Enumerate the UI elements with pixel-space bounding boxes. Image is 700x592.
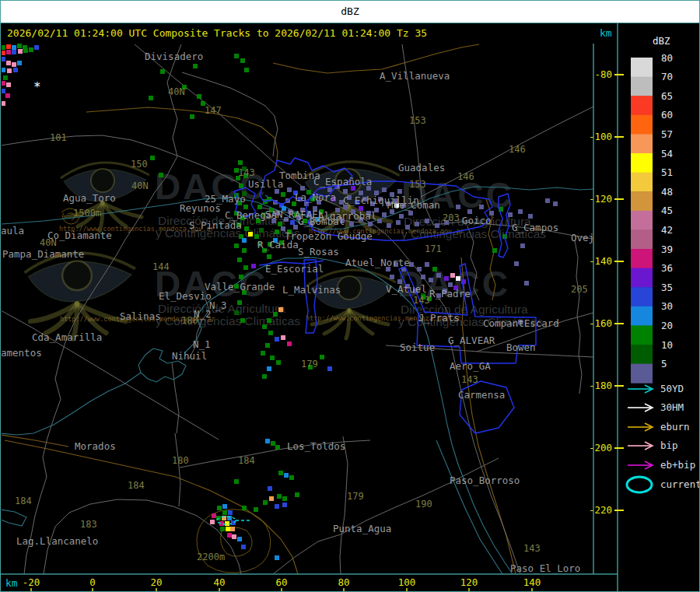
radar-cell: [29, 47, 33, 52]
radar-map-canvas[interactable]: DACCDirección de Agriculturay Contingenc…: [1, 1, 700, 592]
radar-cell: [248, 232, 253, 236]
map-place-label: Bowen: [506, 342, 536, 353]
radar-cell: [242, 506, 247, 510]
map-place-label: Mte_Coman: [387, 199, 440, 211]
radar-cell: [149, 96, 153, 100]
x-axis-tick-label: 120: [460, 576, 478, 588]
radar-cell: [265, 343, 270, 348]
radar-cell: [405, 225, 410, 229]
radar-cell: [210, 520, 215, 524]
radar-cell: [240, 318, 245, 323]
y-axis-tick: [614, 447, 624, 449]
road-gray: [340, 436, 348, 574]
radar-cell: [265, 439, 270, 443]
x-axis-tick-label: 60: [275, 576, 287, 588]
road-number-label: 153: [409, 179, 426, 190]
legend-item-label: eburn: [660, 421, 690, 433]
radar-cell: [230, 527, 235, 531]
radar-cell: [268, 331, 273, 335]
map-layer: DACCDirección de Agriculturay Contingenc…: [1, 44, 600, 574]
road-gray: [172, 363, 179, 433]
y-axis-tick-label: -100: [589, 131, 612, 142]
scale-swatch: [631, 191, 653, 211]
road-number-label: 184: [128, 480, 145, 491]
scale-value-label: 30: [661, 300, 673, 312]
radar-cell: [7, 68, 12, 73]
map-place-label: R_Padre: [429, 288, 471, 300]
road-number-label: 146: [509, 144, 526, 155]
radar-cell: [1, 51, 5, 55]
radar-cell: [228, 510, 233, 515]
scale-swatch: [631, 268, 653, 288]
road-number-label: 184: [238, 455, 255, 466]
radar-cell: [278, 307, 283, 312]
y-axis-tick: [614, 385, 624, 387]
radar-cell: [368, 222, 373, 226]
asterisk-marker: *: [33, 79, 41, 94]
radar-cell: [273, 312, 278, 317]
road-number-label: 40N: [40, 237, 57, 248]
radar-cell: [415, 222, 419, 226]
road-number-label: 143: [461, 374, 478, 385]
radar-cell: [284, 473, 289, 478]
scale-swatch: [631, 173, 653, 192]
road-gray: [175, 433, 180, 506]
scale-value-label: 10: [661, 339, 673, 351]
map-place-label: Co_Diamante: [47, 229, 112, 241]
scale-value-label: 57: [661, 128, 673, 140]
radar-cell: [278, 222, 282, 226]
map-place-label: Lag.Llancanelo: [16, 535, 98, 547]
scale-value-label: 54: [661, 148, 673, 159]
radar-cell: [390, 275, 394, 279]
x-axis-tick-label: 20: [150, 576, 162, 588]
radar-cell: [518, 209, 523, 214]
radar-cell: [290, 220, 295, 225]
road-number-label: 143: [238, 167, 255, 178]
map-place-label: N_1: [193, 338, 211, 350]
road-number-label: 147: [205, 105, 222, 116]
x-axis-unit-label: km: [5, 577, 18, 589]
y-axis-tick-label: -180: [589, 380, 612, 391]
radar-cell: [287, 187, 292, 192]
radar-cell: [34, 45, 39, 50]
radar-cell: [6, 61, 11, 65]
legend-item-label: current: [660, 478, 700, 490]
scale-value-label: 39: [661, 243, 673, 255]
scale-value-label: 60: [661, 109, 673, 121]
radar-cell: [269, 496, 274, 501]
road-number-label: 171: [425, 243, 442, 254]
y-axis-tick: [614, 198, 624, 200]
radar-cell: [425, 219, 429, 223]
map-place-label: aula: [1, 225, 24, 236]
radar-cell: [545, 198, 550, 203]
radar-cell: [450, 273, 455, 278]
legend-item-label: eb+bip: [660, 459, 695, 471]
radar-cell: [197, 94, 201, 99]
legend-item-label: 50YD: [660, 383, 684, 394]
radar-cell: [242, 248, 247, 253]
radar-app-window: dBZ 2026/02/11 01:24:00 UTC Composite Tr…: [0, 0, 700, 592]
map-place-label: La_Nora: [295, 191, 336, 203]
x-axis-tick-label: 140: [523, 576, 541, 588]
radar-cell: [275, 555, 279, 560]
road-gray: [182, 72, 278, 156]
y-axis-tick: [614, 136, 624, 138]
radar-cell: [278, 471, 283, 475]
road-number-label: 180: [181, 315, 198, 326]
road-number-label: 184: [15, 496, 32, 506]
radar-cell: [276, 360, 281, 365]
radar-cell: [217, 506, 222, 510]
scale-value-label: 80: [661, 52, 673, 64]
road-number-label: 40N: [168, 86, 185, 97]
river: [436, 440, 502, 574]
y-axis-tick-label: -120: [589, 193, 612, 205]
radar-cell: [262, 374, 267, 379]
radar-cell: [6, 82, 11, 87]
road-number-label: 40N: [131, 180, 149, 191]
map-place-label: A_Villanueva: [380, 70, 450, 82]
radar-cell: [5, 93, 10, 98]
radar-cell: [377, 219, 382, 223]
map-place-label: Salinas: [120, 310, 161, 322]
map-place-label: R_Caida: [257, 239, 299, 250]
map-place-label: E_Escorial: [265, 263, 324, 275]
